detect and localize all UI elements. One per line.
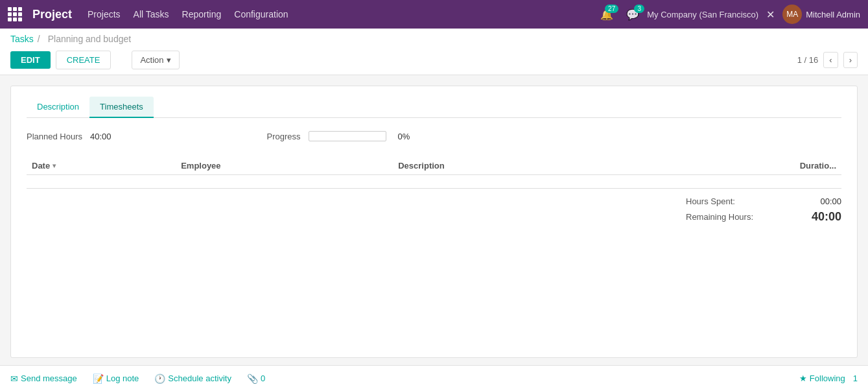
create-button[interactable]: CREATE	[56, 51, 111, 69]
timesheet-table: Date ▾ Employee Description Duratio...	[27, 157, 841, 175]
content-card: Description Timesheets Planned Hours 40:…	[10, 86, 858, 358]
prev-button[interactable]: ‹	[823, 52, 838, 68]
next-button[interactable]: ›	[843, 52, 858, 68]
notifications-icon[interactable]: 🔔 27	[600, 8, 613, 21]
breadcrumb-separator: /	[38, 34, 40, 44]
breadcrumb-current: Planning and budget	[48, 34, 131, 44]
company-selector[interactable]: My Company (San Francisco)	[647, 10, 758, 19]
date-sort-icon: ▾	[53, 162, 56, 169]
planned-hours-value: 40:00	[90, 132, 111, 141]
apps-icon[interactable]	[8, 7, 22, 21]
action-chevron-icon: ▾	[167, 55, 171, 65]
remaining-hours-label: Remaining Hours:	[686, 212, 753, 222]
progress-bar-container	[309, 131, 386, 141]
nav-projects[interactable]: Projects	[88, 9, 121, 19]
tab-timesheets[interactable]: Timesheets	[89, 97, 154, 118]
planned-hours-field: Planned Hours 40:00	[27, 131, 111, 141]
user-menu[interactable]: MA Mitchell Admin	[782, 5, 860, 24]
breadcrumb: Tasks / Planning and budget	[10, 34, 858, 44]
remaining-hours-row: Remaining Hours: 40:00	[686, 210, 841, 224]
planned-hours-label: Planned Hours	[27, 132, 82, 141]
remaining-hours-value: 40:00	[803, 210, 841, 224]
breadcrumb-parent[interactable]: Tasks	[10, 34, 34, 44]
bottom-bar: ✉ Send message 📝 Log note 🕐 Schedule act…	[0, 365, 868, 368]
breadcrumb-bar: Tasks / Planning and budget EDIT CREATE …	[0, 29, 868, 75]
app-title[interactable]: Project	[32, 8, 72, 21]
messages-icon[interactable]: 💬 3	[626, 8, 639, 21]
hours-spent-label: Hours Spent:	[686, 196, 735, 206]
col-employee[interactable]: Employee	[176, 157, 393, 175]
progress-label: Progress	[267, 132, 301, 141]
fields-row: Planned Hours 40:00 Progress 0%	[27, 131, 841, 141]
col-description[interactable]: Description	[393, 157, 639, 175]
col-date[interactable]: Date ▾	[27, 157, 176, 175]
notifications-badge: 27	[605, 5, 618, 13]
progress-pct: 0%	[398, 132, 410, 141]
topbar-right: 🔔 27 💬 3 My Company (San Francisco) ✕ MA…	[600, 5, 860, 24]
col-duration[interactable]: Duratio...	[639, 157, 841, 175]
tabs: Description Timesheets	[27, 97, 841, 118]
messages-badge: 3	[634, 5, 644, 13]
user-name: Mitchell Admin	[806, 10, 860, 19]
nav-reporting[interactable]: Reporting	[182, 9, 222, 19]
nav-configuration[interactable]: Configuration	[234, 9, 288, 19]
toolbar-right: 1 / 16 ‹ ›	[797, 52, 858, 68]
summary-rows: Hours Spent: 00:00 Remaining Hours: 40:0…	[686, 196, 841, 224]
toolbar: EDIT CREATE Action ▾ 1 / 16 ‹ ›	[10, 48, 858, 75]
hours-spent-value: 00:00	[803, 196, 841, 206]
settings-icon[interactable]: ✕	[766, 8, 775, 21]
main-content: Description Timesheets Planned Hours 40:…	[0, 75, 868, 368]
progress-field: Progress 0%	[267, 131, 410, 141]
topbar-nav: Projects All Tasks Reporting Configurati…	[88, 9, 590, 19]
nav-all-tasks[interactable]: All Tasks	[134, 9, 169, 19]
hours-spent-row: Hours Spent: 00:00	[686, 196, 841, 206]
topbar: Project Projects All Tasks Reporting Con…	[0, 0, 868, 29]
action-label: Action	[140, 55, 163, 65]
avatar: MA	[782, 5, 802, 24]
tab-description[interactable]: Description	[27, 97, 89, 118]
edit-button[interactable]: EDIT	[10, 51, 51, 69]
pagination: 1 / 16	[797, 55, 819, 65]
summary-section: Hours Spent: 00:00 Remaining Hours: 40:0…	[27, 188, 841, 224]
action-button[interactable]: Action ▾	[132, 51, 179, 69]
